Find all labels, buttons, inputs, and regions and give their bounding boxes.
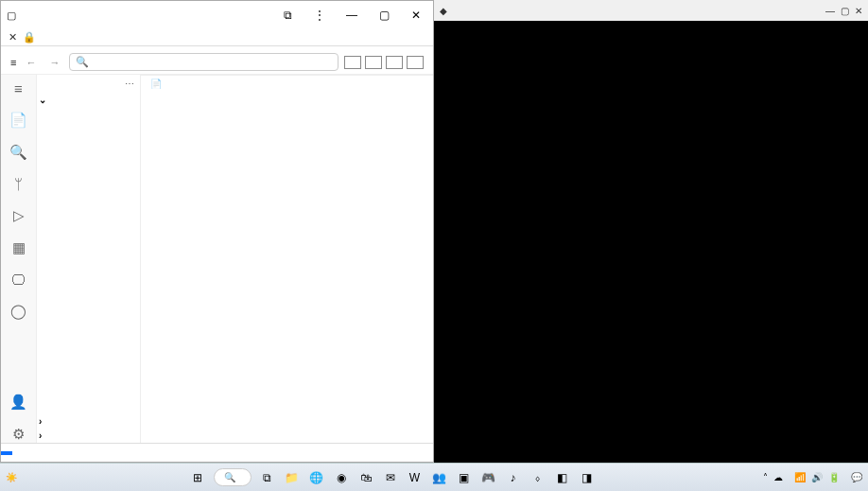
- explorer-icon[interactable]: 📄: [9, 112, 27, 129]
- account-icon[interactable]: 👤: [9, 394, 27, 411]
- settings-icon[interactable]: ⚙: [12, 426, 25, 443]
- vscode-window: ▢ ⧉ ⋮ — ▢ ✕ ✕ 🔒 ≡ ← → 🔍: [0, 0, 434, 463]
- terminal-window: ◆ — ▢ ✕: [434, 0, 868, 463]
- task-view-icon[interactable]: ⧉: [259, 469, 276, 486]
- tray-chevron-icon[interactable]: ˄: [763, 472, 768, 482]
- term-minimize-button[interactable]: —: [825, 6, 835, 16]
- onedrive-icon[interactable]: ☁: [773, 472, 783, 482]
- code-area[interactable]: [141, 92, 433, 443]
- breadcrumb-path[interactable]: 📄: [141, 76, 433, 92]
- notification-icon[interactable]: 💬: [851, 472, 862, 482]
- activity-bar: ≡ 📄 🔍 ᛘ ▷ ▦ 🖵 ◯ 👤 ⚙: [1, 75, 37, 443]
- term-maximize-button[interactable]: ▢: [841, 6, 849, 16]
- menu-icon[interactable]: ⋮: [308, 6, 331, 25]
- mingw-icon: ◆: [440, 6, 447, 16]
- layout-btn-4[interactable]: [407, 56, 424, 69]
- more-icon[interactable]: ⋯: [125, 79, 134, 89]
- terminal-taskbar-icon[interactable]: ▣: [456, 469, 473, 486]
- command-palette[interactable]: 🔍: [69, 53, 339, 71]
- layout-btn-3[interactable]: [386, 56, 403, 69]
- app2-icon[interactable]: ◨: [579, 469, 596, 486]
- debug-icon[interactable]: ▷: [13, 207, 25, 224]
- back-button[interactable]: ←: [22, 57, 40, 68]
- extensions-icon[interactable]: ▦: [12, 239, 26, 256]
- explorer-taskbar-icon[interactable]: 📁: [284, 469, 301, 486]
- vscode-taskbar-icon[interactable]: ⬨: [529, 469, 547, 486]
- tab-favicon-icon: ▢: [7, 9, 16, 22]
- taskbar: ☀️ ⊞ 🔍 ⧉ 📁 🌐 ◉ 🛍 ✉ W 👥 ▣ 🎮 ♪ ⬨ ◧ ◨ ˄ ☁ 📶…: [0, 463, 868, 491]
- editor: 📄: [141, 75, 433, 443]
- section-esquema[interactable]: ›: [37, 414, 140, 429]
- side-panel: ⋯ ⌄ › ›: [37, 75, 141, 443]
- store-icon[interactable]: 🛍: [357, 469, 374, 486]
- wifi-icon[interactable]: 📶: [794, 472, 806, 482]
- github-icon[interactable]: ◯: [10, 303, 26, 320]
- edge-icon[interactable]: 🌐: [308, 469, 325, 486]
- ext-icon[interactable]: ⧉: [276, 6, 299, 25]
- volume-icon[interactable]: 🔊: [811, 472, 823, 482]
- terminal-titlebar: ◆ — ▢ ✕: [434, 0, 868, 21]
- teams-icon[interactable]: 👥: [431, 469, 448, 486]
- section-timeline[interactable]: ›: [37, 429, 140, 443]
- source-control-icon[interactable]: ᛘ: [14, 176, 23, 192]
- discord-icon[interactable]: 🎮: [480, 469, 497, 486]
- remote-icon[interactable]: 🖵: [11, 272, 26, 288]
- start-button[interactable]: ⊞: [189, 469, 206, 486]
- taskbar-search[interactable]: 🔍: [214, 468, 252, 486]
- mail-icon[interactable]: ✉: [382, 469, 399, 486]
- close-button[interactable]: ✕: [405, 6, 427, 25]
- app-icon[interactable]: ◧: [554, 469, 571, 486]
- chrome-icon[interactable]: ◉: [333, 469, 350, 486]
- search-icon: 🔍: [224, 472, 235, 482]
- layout-btn-1[interactable]: [344, 56, 361, 69]
- battery-icon[interactable]: 🔋: [828, 472, 840, 482]
- menu-icon[interactable]: ≡: [14, 80, 23, 96]
- layout-btn-2[interactable]: [365, 56, 382, 69]
- chevron-down-icon: ⌄: [39, 95, 46, 105]
- term-close-button[interactable]: ✕: [855, 6, 862, 16]
- search-nav-icon[interactable]: 🔍: [9, 144, 27, 161]
- spotify-icon[interactable]: ♪: [505, 469, 522, 486]
- word-icon[interactable]: W: [407, 469, 424, 486]
- minimize-button[interactable]: —: [340, 6, 363, 25]
- maximize-button[interactable]: ▢: [373, 6, 395, 25]
- project-header[interactable]: ⌄: [37, 93, 140, 107]
- weather-icon[interactable]: ☀️: [6, 472, 17, 482]
- url-row: ✕ 🔒: [1, 29, 433, 46]
- menu-button[interactable]: ≡: [10, 57, 16, 68]
- terminal-body[interactable]: [434, 21, 868, 463]
- vscode-titlebar: ▢ ⧉ ⋮ — ▢ ✕: [1, 1, 433, 29]
- close-tab-icon[interactable]: ✕: [9, 31, 17, 44]
- toolbar: ≡ ← → 🔍: [1, 50, 433, 75]
- forward-button[interactable]: →: [45, 57, 63, 68]
- search-icon: 🔍: [76, 56, 89, 68]
- lock-icon: 🔒: [23, 31, 36, 44]
- status-bar: [1, 443, 433, 462]
